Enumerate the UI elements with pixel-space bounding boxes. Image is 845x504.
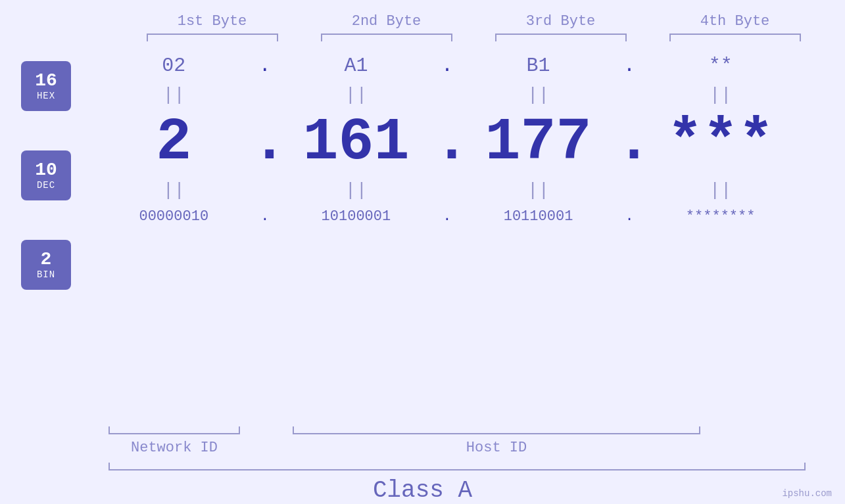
dec-b1: 2 (101, 113, 246, 172)
bin-badge-label: BIN (37, 269, 55, 280)
hex-badge-number: 16 (35, 71, 57, 91)
bin-b3: 10110001 (466, 208, 611, 225)
eq2-b3: || (466, 180, 611, 200)
eq1-b2: || (283, 85, 428, 105)
class-a-label: Class A (373, 477, 472, 504)
equals-row-1: || || || || (99, 83, 796, 106)
bin-d3: . (616, 208, 642, 225)
eq2-b2: || (283, 180, 428, 200)
rows-area: 02 . A1 . B1 . ** || || || || 2 . (92, 48, 845, 231)
byte4-header: 4th Byte (660, 13, 811, 30)
dec-b3: 177 (466, 113, 611, 172)
eq2-b4: || (648, 180, 793, 200)
hex-row: 02 . A1 . B1 . ** (99, 48, 796, 83)
top-brackets (125, 34, 822, 41)
bracket-top-1 (147, 34, 278, 41)
bracket-top-2 (321, 34, 452, 41)
host-id-label: Host ID (293, 440, 700, 456)
big-bottom-bracket (109, 463, 806, 470)
eq1-b3: || (466, 85, 611, 105)
byte2-header: 2nd Byte (311, 13, 462, 30)
hex-b4: ** (648, 55, 793, 77)
main-container: 1st Byte 2nd Byte 3rd Byte 4th Byte 16 H… (0, 0, 845, 504)
hex-d3: . (616, 55, 642, 77)
byte1-header: 1st Byte (137, 13, 288, 30)
sub-brackets (109, 426, 806, 434)
bracket-top-3 (495, 34, 627, 41)
equals-row-2: || || || || (99, 179, 796, 202)
dec-badge: 10 DEC (21, 150, 71, 200)
bin-b4: ******** (648, 208, 793, 225)
id-labels-row: Network ID Host ID (109, 440, 806, 456)
bin-d2: . (434, 208, 460, 225)
byte3-header: 3rd Byte (485, 13, 637, 30)
dec-b4: *** (648, 113, 793, 172)
bin-badge-number: 2 (41, 250, 52, 270)
bin-b2: 10100001 (283, 208, 428, 225)
dec-d1: . (252, 113, 278, 172)
dec-badge-number: 10 (35, 160, 57, 181)
id-gap (240, 440, 266, 456)
bracket-top-4 (669, 34, 801, 41)
eq1-b4: || (648, 85, 793, 105)
bottom-section: Network ID Host ID Class A ipshu.com (0, 426, 845, 504)
hex-b1: 02 (101, 55, 246, 77)
dec-row: 2 . 161 . 177 . *** (99, 106, 796, 179)
dec-d2: . (434, 113, 460, 172)
hex-d2: . (434, 55, 460, 77)
dec-d3: . (616, 113, 642, 172)
dec-b2: 161 (283, 113, 428, 172)
host-bracket (293, 426, 700, 434)
badges-column: 16 HEX 10 DEC 2 BIN (0, 48, 92, 290)
bin-badge: 2 BIN (21, 240, 71, 290)
hex-b3: B1 (466, 55, 611, 77)
hex-badge: 16 HEX (21, 61, 71, 111)
network-bracket (109, 426, 240, 434)
hex-d1: . (252, 55, 278, 77)
class-label-row: Class A (0, 477, 845, 504)
hex-badge-label: HEX (37, 91, 55, 101)
dec-badge-label: DEC (37, 180, 55, 191)
bin-d1: . (252, 208, 278, 225)
eq2-b1: || (101, 180, 246, 200)
eq1-b1: || (101, 85, 246, 105)
watermark: ipshu.com (782, 488, 832, 499)
bracket-gap (240, 426, 266, 434)
bin-row: 00000010 . 10100001 . 10110001 . *******… (99, 202, 796, 231)
hex-b2: A1 (283, 55, 428, 77)
bin-b1: 00000010 (101, 208, 246, 225)
byte-headers: 1st Byte 2nd Byte 3rd Byte 4th Byte (125, 13, 822, 30)
network-id-label: Network ID (109, 440, 240, 456)
